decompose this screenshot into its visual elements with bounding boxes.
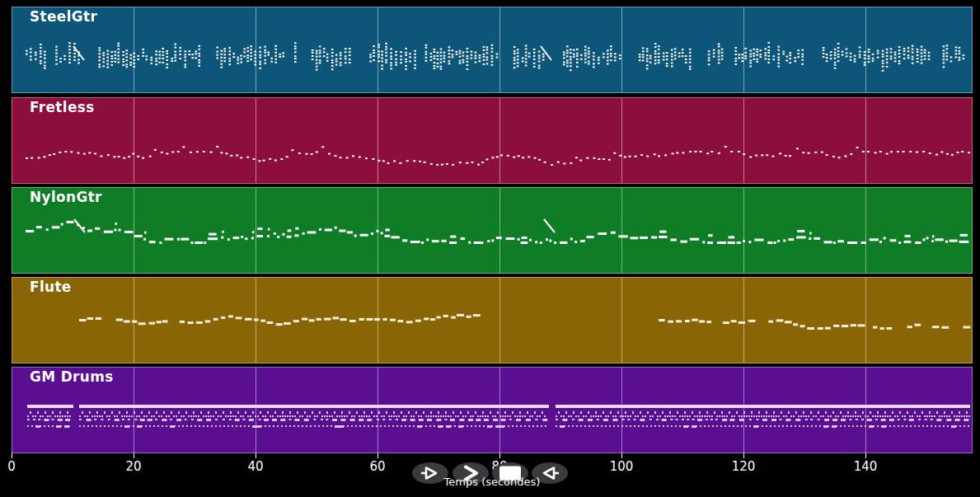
fretless-notes-canvas [12,98,972,183]
fast-forward-button[interactable] [452,462,489,484]
axis-tick-label: 40 [247,459,263,474]
gmdrums-notes-canvas [12,368,972,452]
steelgtr-notes-canvas [12,7,972,92]
fast-forward-icon [459,463,482,483]
axis-tick [256,452,256,458]
track-title: NylonGtr [30,189,102,205]
axis-tick-label: 140 [854,459,878,474]
track-title: Flute [30,279,72,295]
rewind-icon [538,463,561,483]
axis-tick [499,452,500,458]
track-title: Fretless [30,99,95,115]
stop-icon [498,463,523,483]
play-icon [419,463,442,483]
nylongtr-notes-canvas [12,188,972,273]
track-title: SteelGtr [30,8,97,25]
track-panel-nylongtr: NylonGtr [12,187,973,274]
track-panel-gmdrums: GM Drums [12,367,973,453]
axis-tick [865,452,866,458]
axis-tick [12,452,12,458]
play-button[interactable] [412,462,448,484]
stop-button[interactable] [492,462,528,484]
axis-tick [743,452,744,458]
track-panel-fretless: Fretless [12,97,973,184]
axis-tick-label: 120 [732,459,756,474]
axis-tick [621,452,622,458]
axis-tick-label: 20 [125,459,141,474]
axis-tick-label: 100 [610,459,634,474]
track-title: GM Drums [30,368,114,385]
axis-tick-label: 60 [369,459,385,474]
axis-tick-label: 0 [7,459,16,474]
flute-notes-canvas [12,278,972,363]
track-panel-steelgtr: SteelGtr [12,7,973,93]
track-panel-flute: Flute [12,277,973,363]
axis-tick [377,452,378,458]
rewind-button[interactable] [532,462,568,484]
axis-tick [134,452,134,458]
